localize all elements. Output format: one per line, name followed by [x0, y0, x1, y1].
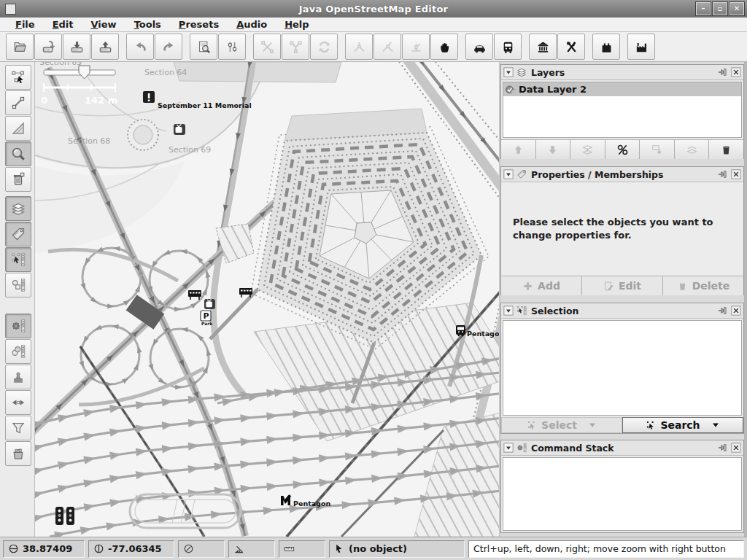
- properties-panel-toggle[interactable]: [5, 222, 31, 246]
- menu-view[interactable]: View: [83, 18, 125, 31]
- open-button[interactable]: [6, 34, 34, 60]
- close-icon[interactable]: [731, 67, 741, 77]
- map-canvas[interactable]: Section 65 Section 64 Section 68 Section…: [35, 62, 499, 537]
- close-icon[interactable]: [731, 169, 741, 179]
- command-stack-list[interactable]: [503, 457, 742, 531]
- properties-panel: Properties / Memberships Please select t…: [500, 166, 744, 295]
- command-stack-panel: Command Stack: [500, 440, 744, 533]
- selection-panel-toggle[interactable]: [5, 247, 31, 272]
- menu-audio[interactable]: Audio: [228, 18, 275, 31]
- traffic-signal-icon[interactable]: [55, 507, 63, 525]
- help-text: Ctrl+up, left, down, right; move zoom wi…: [468, 540, 744, 558]
- pin-icon[interactable]: [718, 306, 728, 316]
- layers-toolbar: [501, 139, 743, 159]
- update-data-button: [310, 34, 338, 60]
- close-icon[interactable]: [731, 443, 741, 453]
- title-bar: Java OpenStreetMap Editor – ▫ ✕: [0, 0, 747, 18]
- close-button[interactable]: ✕: [729, 2, 744, 15]
- select-move-tool[interactable]: [5, 65, 31, 90]
- trash-icon: [677, 281, 688, 292]
- edit-icon: [603, 281, 614, 292]
- building-footprint: [174, 62, 341, 82]
- pin-icon[interactable]: [718, 169, 728, 179]
- search-button[interactable]: Search: [622, 417, 743, 433]
- command-stack-panel-toggle[interactable]: [5, 314, 31, 338]
- delete-tool[interactable]: [5, 167, 31, 192]
- svg-text:Section 65: Section 65: [39, 62, 82, 67]
- minimize-button[interactable]: –: [696, 2, 711, 15]
- bus-preset-button[interactable]: [494, 34, 522, 60]
- car-preset-button[interactable]: [465, 34, 493, 60]
- factory-preset-button[interactable]: [627, 34, 655, 60]
- pin-icon[interactable]: [718, 67, 728, 77]
- filter-panel-toggle[interactable]: [5, 416, 31, 440]
- measure-tool[interactable]: [5, 116, 31, 141]
- join-node-button: [374, 34, 401, 60]
- merge-layers-button: [570, 140, 605, 159]
- collapse-icon[interactable]: [503, 306, 514, 316]
- castle-preset-button[interactable]: [592, 34, 620, 60]
- conflict-panel-toggle[interactable]: [5, 390, 31, 415]
- layers-panel: Layers Data Layer 2: [500, 64, 744, 159]
- menu-presets[interactable]: Presets: [171, 18, 227, 31]
- maximize-button[interactable]: ▫: [713, 2, 727, 15]
- museum-preset-button[interactable]: [529, 34, 557, 60]
- cursor-icon: [334, 543, 345, 554]
- distance-field: [279, 540, 325, 558]
- tv-icon[interactable]: [174, 124, 185, 135]
- show-hide-layer-button[interactable]: [605, 140, 640, 159]
- collapse-icon[interactable]: [503, 443, 514, 453]
- gear-icon: [516, 443, 527, 453]
- layers-panel-toggle[interactable]: [5, 196, 31, 221]
- traffic-signal-icon[interactable]: [66, 507, 74, 525]
- layers-list: Data Layer 2: [503, 82, 742, 138]
- collapse-icon[interactable]: [503, 67, 514, 77]
- delete-button: Delete: [663, 276, 743, 295]
- status-bar: 38.87409 -77.06345 (no object) Ctrl+up, …: [0, 537, 747, 560]
- svg-text:0: 0: [41, 95, 47, 106]
- selection-cursor-icon: [646, 421, 656, 430]
- pin-icon[interactable]: [718, 443, 728, 453]
- layers-icon: [516, 67, 527, 77]
- download-button[interactable]: [63, 34, 90, 60]
- selection-cursor-icon: [527, 421, 537, 430]
- move-layer-down-button: [536, 140, 571, 159]
- redo-button[interactable]: [155, 34, 182, 60]
- svg-text:September 11 Memorial: September 11 Memorial: [158, 101, 252, 109]
- selection-panel: Selection Select Search: [500, 303, 744, 434]
- selection-icon: [516, 306, 527, 316]
- zoom-tool[interactable]: [5, 141, 31, 166]
- collapse-icon[interactable]: [503, 169, 514, 179]
- restaurant-preset-button[interactable]: [557, 34, 585, 60]
- upload-button[interactable]: [91, 34, 119, 60]
- menu-help[interactable]: Help: [276, 18, 317, 31]
- tv-icon[interactable]: [204, 299, 215, 309]
- draw-nodes-tool[interactable]: [5, 90, 31, 115]
- undo-button[interactable]: [126, 34, 154, 60]
- add-button: Add: [501, 276, 582, 295]
- layer-row[interactable]: Data Layer 2: [503, 82, 741, 96]
- delete-layer-button[interactable]: [709, 140, 743, 159]
- select-button: Select: [501, 417, 622, 433]
- map-paint-panel-toggle[interactable]: [5, 339, 31, 364]
- menu-tools[interactable]: Tools: [126, 18, 169, 31]
- toggle-dialogs-button[interactable]: [218, 34, 246, 60]
- menu-edit[interactable]: Edit: [44, 18, 82, 31]
- chevron-down-icon[interactable]: [712, 422, 719, 428]
- plus-icon: [522, 281, 533, 292]
- notes-panel-toggle[interactable]: [5, 365, 31, 389]
- command-stack-panel-header: Command Stack: [501, 440, 743, 456]
- save-button[interactable]: [34, 34, 62, 60]
- search-preferences-button[interactable]: [190, 34, 217, 60]
- relations-panel-toggle[interactable]: [5, 273, 31, 298]
- properties-message: Please select the objects you want to ch…: [501, 216, 743, 241]
- changeset-panel-toggle[interactable]: [5, 441, 31, 466]
- menu-file[interactable]: File: [7, 18, 43, 31]
- svg-text:Pentagon: Pentagon: [467, 330, 499, 338]
- pan-hand-button[interactable]: [430, 34, 458, 60]
- map-view[interactable]: Section 65 Section 64 Section 68 Section…: [35, 62, 499, 537]
- close-icon[interactable]: [731, 306, 741, 316]
- selection-list[interactable]: [503, 320, 742, 416]
- panel-title: Selection: [531, 306, 715, 316]
- move-layer-up-button: [501, 140, 536, 159]
